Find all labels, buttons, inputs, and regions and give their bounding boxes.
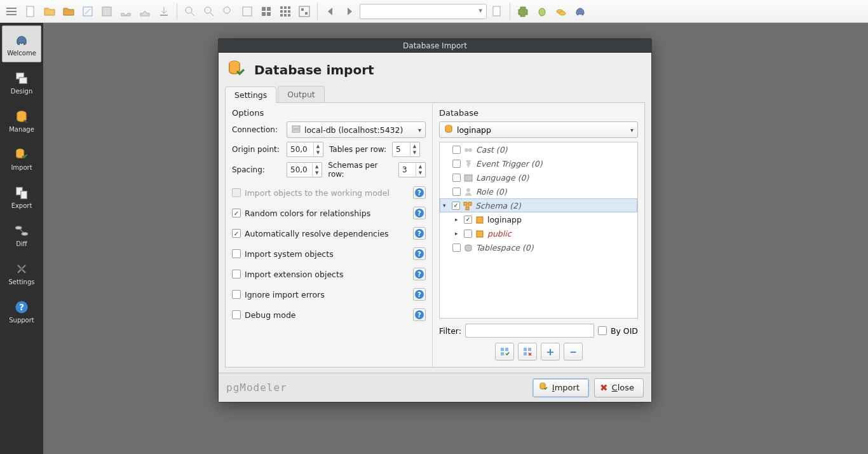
tree-checkbox[interactable] [452, 188, 461, 196]
tree-node-language[interactable]: Language (0) [440, 170, 637, 184]
open-folder-icon[interactable] [41, 3, 58, 20]
help-button[interactable]: ? [413, 186, 426, 199]
svg-rect-54 [477, 231, 483, 237]
connection-label: Connection: [232, 125, 283, 134]
coins-icon[interactable] [552, 3, 570, 20]
svg-rect-36 [21, 191, 27, 198]
object-selector[interactable] [360, 4, 487, 19]
select-all-button[interactable] [495, 343, 514, 361]
svg-rect-14 [267, 12, 271, 16]
origin-spinner[interactable]: 50,0▲▼ [287, 142, 323, 157]
tree-node-schema[interactable]: ▾Schema (2) [440, 198, 637, 212]
import-extension-checkbox[interactable] [232, 270, 241, 279]
sidebar-item-welcome[interactable]: Welcome [2, 25, 41, 62]
export-icon [13, 184, 31, 201]
sidebar-item-export[interactable]: Export [2, 178, 41, 215]
svg-rect-12 [267, 7, 271, 11]
svg-point-46 [465, 148, 468, 152]
tree-node-event-trigger[interactable]: Event Trigger (0) [440, 156, 637, 170]
folder-icon[interactable] [60, 3, 78, 20]
sidebar-item-diff[interactable]: Diff [2, 216, 41, 253]
help-button[interactable]: ? [413, 308, 426, 321]
collapse-all-button[interactable]: － [564, 343, 583, 361]
tree-node-schema-loginapp[interactable]: ▸loginapp [440, 212, 637, 226]
tables-per-row-spinner[interactable]: 5▲▼ [392, 142, 420, 157]
object-tree[interactable]: Cast (0) Event Trigger (0) Language (0) … [439, 142, 638, 319]
tree-node-tablespace[interactable]: Tablespace (0) [440, 240, 637, 254]
grid-large-icon[interactable] [257, 3, 275, 20]
debug-checkbox[interactable] [232, 310, 241, 319]
zoom-in-icon[interactable] [181, 3, 199, 20]
tree-checkbox[interactable] [464, 230, 472, 238]
random-colors-checkbox[interactable] [232, 209, 241, 217]
import-button[interactable]: Import [532, 378, 589, 397]
auto-resolve-checkbox[interactable] [232, 229, 241, 238]
sidebar-item-design[interactable]: Design [2, 64, 41, 100]
save-icon[interactable] [98, 3, 116, 20]
outbox-icon[interactable] [136, 3, 154, 20]
tree-checkbox[interactable] [452, 202, 460, 210]
menu-icon[interactable] [3, 3, 20, 20]
tab-output[interactable]: Output [278, 86, 324, 102]
svg-rect-27 [493, 6, 500, 16]
tree-node-schema-public[interactable]: ▸public [440, 226, 637, 240]
inbox-icon[interactable] [117, 3, 135, 20]
schemas-per-row-spinner[interactable]: 3▲▼ [398, 162, 426, 177]
help-button[interactable]: ? [413, 288, 426, 301]
expand-all-button[interactable]: ＋ [541, 343, 560, 361]
disclosure-icon[interactable]: ▸ [455, 230, 461, 237]
tree-node-role[interactable]: Role (0) [440, 184, 637, 198]
ignore-errors-label: Ignore import errors [245, 290, 325, 299]
help-button[interactable]: ? [413, 268, 426, 280]
database-value: loginapp [457, 125, 491, 135]
settings-icon [13, 261, 31, 277]
connection-combo[interactable]: local-db (localhost:5432) [287, 121, 426, 138]
tree-checkbox[interactable] [452, 160, 461, 168]
tab-settings[interactable]: Settings [225, 86, 276, 103]
disclosure-icon[interactable]: ▾ [443, 202, 449, 209]
filter-input[interactable] [465, 324, 594, 338]
bug-icon[interactable] [533, 3, 551, 20]
ignore-errors-checkbox[interactable] [232, 290, 241, 299]
zoom-out-icon[interactable] [200, 3, 218, 20]
tree-checkbox[interactable] [464, 216, 472, 224]
database-combo[interactable]: loginapp [439, 121, 638, 138]
dialog-titlebar[interactable]: Database Import [219, 39, 651, 53]
language-icon [463, 173, 473, 182]
disclosure-icon[interactable]: ▸ [455, 216, 461, 223]
by-oid-checkbox[interactable] [598, 326, 607, 335]
close-button[interactable]: ✖ Close [594, 378, 644, 397]
help-icon: ? [415, 249, 424, 258]
spacing-spinner[interactable]: 50,0▲▼ [287, 162, 322, 177]
fit-icon[interactable] [238, 3, 256, 20]
tree-node-cast[interactable]: Cast (0) [440, 142, 637, 156]
download-icon[interactable] [155, 3, 173, 20]
sidebar-item-settings[interactable]: Settings [2, 254, 41, 291]
layout-icon[interactable] [295, 3, 313, 20]
tree-checkbox[interactable] [452, 244, 461, 252]
grid-small-icon[interactable] [276, 3, 294, 20]
help-icon: ? [415, 209, 424, 217]
svg-rect-44 [292, 130, 300, 132]
nav-next-icon[interactable] [341, 3, 358, 20]
deselect-all-button[interactable] [518, 343, 537, 361]
edit-icon[interactable] [79, 3, 97, 20]
import-system-checkbox[interactable] [232, 249, 241, 258]
help-icon: ? [415, 188, 424, 197]
help-button[interactable]: ? [413, 207, 426, 219]
nav-prev-icon[interactable] [322, 3, 339, 20]
sidebar-item-import[interactable]: Import [2, 140, 41, 177]
sidebar-item-manage[interactable]: Manage [2, 102, 41, 139]
schemas-per-row-label: Schemas per row: [326, 161, 395, 179]
new-file-icon[interactable] [22, 3, 39, 20]
import-icon [13, 146, 31, 163]
help-button[interactable]: ? [413, 227, 426, 240]
tree-checkbox[interactable] [452, 146, 461, 154]
clear-icon[interactable] [488, 3, 506, 20]
tree-checkbox[interactable] [452, 174, 461, 182]
help-button[interactable]: ? [413, 247, 426, 260]
zoom-reset-icon[interactable] [219, 3, 237, 20]
plugin-icon[interactable] [514, 3, 532, 20]
sidebar-item-support[interactable]: ? Support [2, 292, 41, 329]
elephant-icon[interactable] [571, 3, 589, 20]
